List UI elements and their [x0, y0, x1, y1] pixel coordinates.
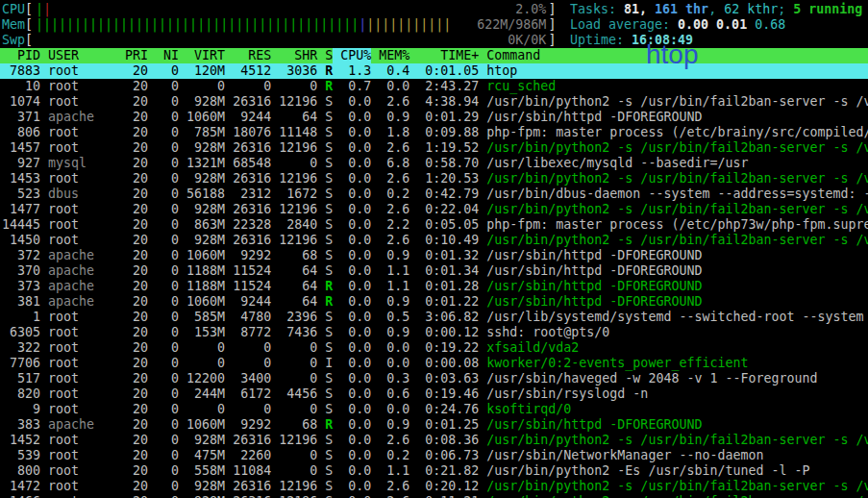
cell-res: 9292 [225, 248, 271, 263]
cell-res: 0 [225, 79, 271, 94]
cell-s: S [317, 402, 333, 417]
process-row[interactable]: 1466root200928M2631612196S0.02.60:11.21/… [0, 494, 868, 498]
cell-ni: 0 [148, 156, 179, 171]
cell-virt: 153M [179, 325, 225, 340]
process-row[interactable]: 381apache2001060M924464R0.00.90:01.22/us… [0, 294, 868, 310]
meter-bar-segment: | [43, 2, 51, 16]
process-row[interactable]: 523dbus2005618823121672S0.00.20:42.79/us… [0, 187, 868, 202]
process-row-selected[interactable]: 7883root200120M45123036R1.30.40:01.05hto… [0, 63, 868, 79]
cell-cmd: /usr/sbin/httpd -DFOREGROUND [479, 279, 868, 294]
cell-time: 0:01.05 [409, 63, 479, 79]
cell-pri: 20 [117, 448, 148, 463]
cell-mem: 1.8 [371, 125, 409, 140]
cell-res: 26316 [225, 171, 271, 187]
process-row[interactable]: 517root2001220034000S0.00.30:03.63/usr/s… [0, 371, 868, 386]
column-header-virt[interactable]: VIRT [179, 48, 225, 63]
cell-pri: 20 [117, 187, 148, 202]
cell-pid: 373 [2, 279, 40, 294]
tasks-summary-segment: 5 running [793, 2, 862, 16]
cell-s: S [317, 463, 333, 479]
process-row[interactable]: 806root200785M1807611148S0.01.80:09.88ph… [0, 125, 868, 140]
mem-meter: Mem[||||||||||||||||||||||||||||||||||||… [2, 17, 556, 33]
cell-s: S [317, 233, 333, 248]
cell-ni: 0 [148, 294, 179, 310]
cell-pri: 20 [117, 340, 148, 356]
cell-time: 4:38.94 [409, 94, 479, 110]
cell-cpu: 0.0 [333, 171, 371, 187]
cell-cpu: 0.0 [333, 371, 371, 386]
tasks-summary-segment: Tasks: [570, 2, 624, 16]
process-row[interactable]: 1457root200928M2631612196S0.02.61:19.52/… [0, 140, 868, 156]
cell-s: S [317, 202, 333, 217]
cell-shr: 64 [271, 263, 317, 279]
process-row[interactable]: 1453root200928M2631612196S0.02.61:20.53/… [0, 171, 868, 187]
cell-user: apache [40, 294, 117, 310]
column-header-res[interactable]: RES [225, 48, 271, 63]
process-row[interactable]: 539root200475M22600S0.00.20:06.73/usr/sb… [0, 448, 868, 463]
cell-cmd: /usr/bin/python2 -s /usr/bin/fail2ban-se… [479, 202, 868, 217]
process-row[interactable]: 383apache2001060M929268R0.00.90:01.25/us… [0, 417, 868, 433]
cell-cmd: sshd: root@pts/0 [479, 325, 868, 340]
cell-cpu: 0.0 [333, 340, 371, 356]
cell-virt: 12200 [179, 371, 225, 386]
process-row[interactable]: 800root200558M110840S0.01.10:21.82/usr/b… [0, 463, 868, 479]
cell-mem: 0.5 [371, 310, 409, 325]
cell-s: R [317, 417, 333, 433]
column-header-shr[interactable]: SHR [271, 48, 317, 63]
cell-pri: 20 [117, 94, 148, 110]
cell-res: 6172 [225, 386, 271, 402]
process-row[interactable]: 371apache2001060M924464S0.00.90:01.29/us… [0, 110, 868, 125]
cell-mem: 0.3 [371, 371, 409, 386]
cell-cmd: /usr/sbin/httpd -DFOREGROUND [479, 294, 868, 310]
process-row[interactable]: 1450root200928M2631612196S0.02.60:10.49/… [0, 233, 868, 248]
cell-time: 0:01.22 [409, 294, 479, 310]
cell-virt: 785M [179, 125, 225, 140]
process-row[interactable]: 927mysql2001321M685480S0.06.80:58.70/usr… [0, 156, 868, 171]
process-row[interactable]: 1root200585M47802396S0.00.53:06.82/usr/l… [0, 310, 868, 325]
cell-shr: 11148 [271, 125, 317, 140]
cell-pid: 517 [2, 371, 40, 386]
process-row[interactable]: 10root200000R0.70.02:43.27rcu_sched [0, 79, 868, 94]
process-row[interactable]: 6305root200153M87727436S0.00.90:00.12ssh… [0, 325, 868, 340]
meter-bracket-close-icon: ] [548, 17, 556, 33]
column-header-mem[interactable]: MEM% [371, 48, 409, 63]
cell-user: root [40, 94, 117, 110]
process-row[interactable]: 370apache2001188M1152464S0.01.10:01.34/u… [0, 263, 868, 279]
column-header-user[interactable]: USER [40, 48, 117, 63]
cell-shr: 12196 [271, 433, 317, 448]
cell-cpu: 0.0 [333, 140, 371, 156]
process-row[interactable]: 322root200000S0.00.00:19.22xfsaild/vda2 [0, 340, 868, 356]
column-header-ni[interactable]: NI [148, 48, 179, 63]
cell-ni: 0 [148, 356, 179, 371]
cell-mem: 0.2 [371, 187, 409, 202]
column-header-cpu[interactable]: CPU% [333, 48, 371, 63]
cell-res: 3400 [225, 371, 271, 386]
process-row[interactable]: 1074root200928M2631612196S0.02.64:38.94/… [0, 94, 868, 110]
process-row[interactable]: 820root200244M61724456S0.00.60:19.46/usr… [0, 386, 868, 402]
cell-cpu: 0.0 [333, 217, 371, 233]
process-row[interactable]: 1477root200928M2631612196S0.02.60:22.04/… [0, 202, 868, 217]
cell-virt: 0 [179, 79, 225, 94]
column-header-s[interactable]: S [317, 48, 333, 63]
process-row[interactable]: 1452root200928M2631612196S0.02.60:08.36/… [0, 433, 868, 448]
cell-user: apache [40, 248, 117, 263]
process-row[interactable]: 373apache2001188M1152464R0.01.10:01.28/u… [0, 279, 868, 294]
cell-res: 0 [225, 402, 271, 417]
tasks-summary-segment: 62 kthr [724, 2, 778, 16]
column-header-pid[interactable]: PID [2, 48, 40, 63]
process-row[interactable]: 372apache2001060M929268S0.00.90:01.32/us… [0, 248, 868, 263]
cell-ni: 0 [148, 94, 179, 110]
column-header-time[interactable]: TIME+ [409, 48, 479, 63]
process-row[interactable]: 9root200000S0.00.00:24.76ksoftirqd/0 [0, 402, 868, 417]
process-row[interactable]: 1472root200928M2631612196S0.02.60:20.12/… [0, 479, 868, 494]
cell-pri: 20 [117, 371, 148, 386]
cell-cmd: /usr/sbin/httpd -DFOREGROUND [479, 110, 868, 125]
cell-pri: 20 [117, 479, 148, 494]
cell-ni: 0 [148, 248, 179, 263]
cell-shr: 12196 [271, 202, 317, 217]
process-row[interactable]: 14445root200863M223282840S0.02.20:05.05p… [0, 217, 868, 233]
process-row[interactable]: 7706root200000I0.00.00:00.08kworker/0:2-… [0, 356, 868, 371]
cell-res: 26316 [225, 433, 271, 448]
cell-s: S [317, 125, 333, 140]
column-header-pri[interactable]: PRI [117, 48, 148, 63]
